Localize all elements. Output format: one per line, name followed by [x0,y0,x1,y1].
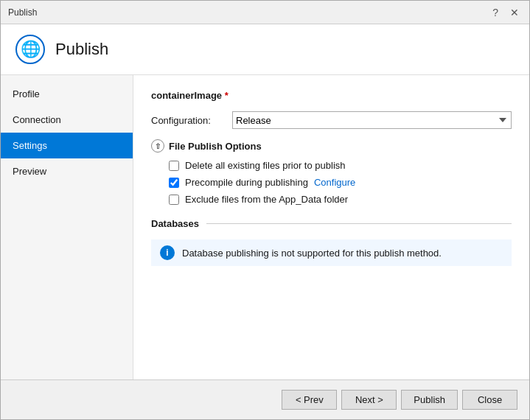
header-title: Publish [55,40,108,59]
exclude-app-data-label: Exclude files from the App_Data folder [185,194,348,205]
publish-dialog: Publish ? ✕ 🌐 Publish Profile Connection… [0,0,530,420]
file-publish-options-header[interactable]: ⇧ File Publish Options [151,139,512,153]
exclude-app-data-checkbox[interactable] [169,195,179,205]
next-button[interactable]: Next > [341,390,397,410]
title-bar-label: Publish [8,7,37,18]
info-icon: i [160,245,175,260]
title-bar-left: Publish [8,7,37,18]
databases-header: Databases [151,218,512,229]
footer: < Prev Next > Publish Close [1,379,529,419]
globe-icon: 🌐 [15,35,45,64]
close-window-button[interactable]: ✕ [507,7,522,18]
body-area: Profile Connection Settings Preview cont… [1,75,529,379]
prev-button[interactable]: < Prev [282,390,337,410]
configure-link[interactable]: Configure [314,177,355,188]
sidebar: Profile Connection Settings Preview [1,75,133,379]
precompile-checkbox[interactable] [169,178,179,188]
configuration-select[interactable]: Release Debug [232,111,512,129]
config-label: Configuration: [151,115,225,126]
precompile-row: Precompile during publishing Configure [151,177,512,188]
delete-existing-label: Delete all existing files prior to publi… [185,160,346,171]
section-title: containerImage * [151,90,512,101]
close-button[interactable]: Close [462,390,517,410]
sidebar-item-connection[interactable]: Connection [1,107,133,133]
delete-existing-row: Delete all existing files prior to publi… [151,160,512,171]
help-button[interactable]: ? [489,7,501,18]
info-text: Database publishing is not supported for… [182,248,442,259]
title-bar-actions: ? ✕ [489,7,522,18]
precompile-label: Precompile during publishing [185,177,308,188]
sidebar-item-profile[interactable]: Profile [1,81,133,107]
info-box: i Database publishing is not supported f… [151,239,512,266]
chevron-up-icon: ⇧ [151,139,164,153]
sidebar-item-preview[interactable]: Preview [1,158,133,184]
file-publish-options-section: ⇧ File Publish Options Delete all existi… [151,139,512,205]
config-row: Configuration: Release Debug [151,111,512,129]
publish-button[interactable]: Publish [401,390,458,410]
title-bar: Publish ? ✕ [1,1,529,24]
main-content: containerImage * Configuration: Release … [133,75,529,379]
exclude-app-data-row: Exclude files from the App_Data folder [151,194,512,205]
sidebar-item-settings[interactable]: Settings [1,133,133,158]
file-publish-options-label: File Publish Options [169,141,262,152]
databases-section: Databases i Database publishing is not s… [151,218,512,266]
header-area: 🌐 Publish [1,24,529,75]
delete-existing-checkbox[interactable] [169,161,179,171]
